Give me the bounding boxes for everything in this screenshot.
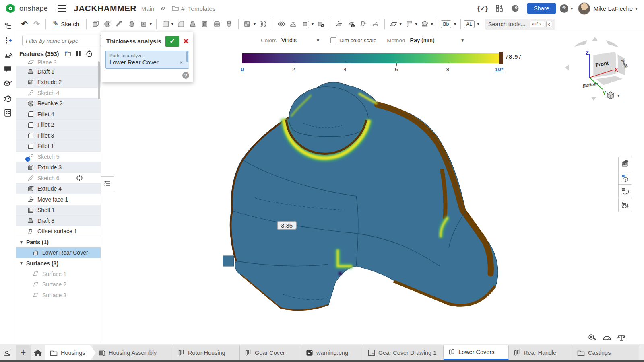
feature-row-fillet-2[interactable]: Fillet 2 [16, 120, 101, 131]
custom-feature-al-button[interactable]: AL [464, 20, 475, 28]
tab-warning-png[interactable]: warning.png [301, 345, 363, 360]
surfaces-section-header[interactable]: ▼ Surfaces (3) [16, 258, 101, 269]
sweep-tool-button[interactable] [114, 19, 126, 30]
app-store-icon[interactable] [496, 5, 503, 12]
user-name[interactable]: Mike LaFleche [594, 5, 633, 12]
tab-gear-cover[interactable]: Gear Cover [240, 345, 301, 360]
search-tools-input[interactable]: Search tools... alt/⌥ c [485, 19, 556, 30]
method-dropdown[interactable]: Ray (mm) [410, 37, 457, 43]
tab-rear-handle[interactable]: Rear Handle [509, 345, 572, 360]
turn-tool-button[interactable] [223, 19, 235, 30]
feature-row-draft-1[interactable]: Draft 1 [16, 66, 101, 77]
tool-caret-icon[interactable]: ▼ [430, 22, 434, 26]
scale-tick-label-10star[interactable]: 10* [492, 66, 506, 72]
tab-housings[interactable]: Housings [45, 345, 96, 360]
tab-castings[interactable]: Castings [572, 345, 639, 360]
feature-row-fillet-3[interactable]: Fillet 3 [16, 130, 101, 141]
comments-icon[interactable] [2, 64, 14, 75]
feature-row-sketch-6[interactable]: Sketch 6 [16, 173, 101, 184]
custom-tables-panel-button[interactable] [619, 198, 632, 212]
delete-face-tool-button[interactable] [345, 19, 357, 30]
mass-properties-icon[interactable] [617, 334, 625, 341]
user-menu-caret-icon[interactable]: ▼ [634, 6, 638, 11]
feature-row-offset-surface-1[interactable]: Offset surface 1 [16, 226, 101, 237]
feature-search-icon[interactable] [2, 20, 14, 31]
tool-caret-icon[interactable]: ▼ [171, 22, 174, 26]
feature-row-move-face-1[interactable]: Move face 1 [16, 194, 101, 205]
view-cube-bottom-label[interactable]: Bottom [582, 81, 599, 88]
sketch-button[interactable]: ✎ Sketch [49, 19, 83, 29]
sheet-metal-tool-button[interactable] [403, 19, 415, 30]
fillet-tool-button[interactable] [159, 19, 171, 30]
help-caret-icon[interactable]: ▼ [570, 6, 574, 11]
mirror-tool-button[interactable] [257, 19, 269, 30]
tab-lower-covers[interactable]: Lower Covers [444, 345, 509, 360]
chamfer-tool-button[interactable] [175, 19, 187, 30]
view-options-caret-icon[interactable]: ▼ [617, 93, 621, 98]
filter-input[interactable] [22, 35, 101, 46]
share-link-icon[interactable] [160, 5, 166, 12]
tool-caret-icon[interactable]: ▼ [253, 22, 256, 26]
undo-button[interactable]: ↶ [19, 19, 31, 30]
tape-measure-icon[interactable] [588, 334, 597, 341]
feature-row-extrude-4[interactable]: Extrude 4 [16, 184, 101, 195]
move-face-tool-button[interactable] [333, 19, 345, 30]
manage-tabs-icon[interactable] [0, 345, 16, 360]
configuration-panel-button[interactable] [619, 171, 632, 185]
feature-list-flyout-handle[interactable] [101, 176, 114, 191]
surface-row-surface-1[interactable]: Surface 1 [16, 269, 101, 280]
transform-tool-button[interactable] [299, 19, 312, 30]
share-button[interactable]: Share [527, 3, 556, 14]
surface-row-surface-2[interactable]: Surface 2 [16, 279, 101, 290]
boolean-tool-button[interactable] [275, 19, 287, 30]
create-version-icon[interactable] [2, 35, 14, 46]
field-scrollbar[interactable] [186, 51, 188, 62]
loft-tool-button[interactable] [126, 19, 138, 30]
scale-tick-label-0[interactable]: 0 [235, 66, 250, 72]
dialog-help-icon[interactable]: ? [182, 72, 189, 79]
shell-tool-button[interactable] [199, 19, 211, 30]
notes-icon[interactable] [2, 107, 14, 118]
document-title[interactable]: JACKHAMMER [74, 4, 136, 13]
appearance-panel-button[interactable] [619, 157, 632, 171]
tool-caret-icon[interactable]: ▼ [399, 22, 402, 26]
dialog-cancel-button[interactable]: ✕ [183, 37, 189, 46]
tool-caret-icon[interactable]: ▼ [311, 22, 314, 26]
hole-tool-button[interactable] [211, 19, 223, 30]
plane-tool-button[interactable] [388, 19, 400, 30]
sidebar-scrollbar[interactable] [98, 61, 100, 99]
main-menu-icon[interactable] [58, 4, 66, 14]
new-tab-button[interactable]: + [16, 345, 31, 360]
feature-row-shell-1[interactable]: Shell 1 [16, 205, 101, 216]
parts-to-analyze-field[interactable]: Parts to analyze Lower Rear Cover × [105, 51, 189, 69]
part-row-lower-rear-cover[interactable]: Lower Rear Cover [16, 247, 101, 258]
bb-caret-icon[interactable]: ▼ [453, 22, 457, 26]
feature-row-revolve-2[interactable]: Revolve 2 [16, 99, 101, 109]
user-avatar[interactable] [578, 2, 590, 15]
feature-row-plane-3[interactable]: Plane 3 [16, 60, 101, 66]
surface-row-surface-3[interactable]: Surface 3 [16, 290, 101, 301]
tab-gear-cover-drawing-1[interactable]: Gear Cover Drawing 1 [363, 345, 444, 360]
thickness-analysis-model[interactable] [223, 77, 504, 319]
view-cube[interactable]: Front Right Bottom Z X Y [561, 35, 632, 104]
feature-row-fillet-4[interactable]: Fillet 4 [16, 109, 101, 120]
split-tool-button[interactable] [287, 19, 299, 30]
al-caret-icon[interactable]: ▼ [477, 22, 480, 26]
feature-row-extrude-2[interactable]: Extrude 2 [16, 77, 101, 88]
feature-row-extrude-3[interactable]: Extrude 3 [16, 162, 101, 173]
colors-dropdown[interactable]: Viridis [281, 37, 313, 43]
redo-button[interactable]: ↷ [31, 19, 43, 30]
edit-sketch-icon[interactable] [2, 49, 14, 60]
follow-mode-icon[interactable]: ? [2, 78, 14, 89]
linear-pattern-tool-button[interactable] [242, 19, 254, 30]
protractor-icon[interactable] [603, 334, 611, 341]
draft-tool-button[interactable] [187, 19, 199, 30]
remove-part-icon[interactable]: × [180, 59, 183, 66]
rebuild-time-icon[interactable] [86, 50, 93, 57]
help-button[interactable]: ? [560, 4, 568, 13]
tool-caret-icon[interactable]: ▼ [149, 22, 153, 26]
onshape-logo-icon[interactable] [5, 3, 16, 14]
workspace-name[interactable]: Main [141, 5, 155, 12]
feature-row-sketch-5[interactable]: −Sketch 5 [16, 152, 101, 162]
performance-icon[interactable] [2, 93, 14, 104]
